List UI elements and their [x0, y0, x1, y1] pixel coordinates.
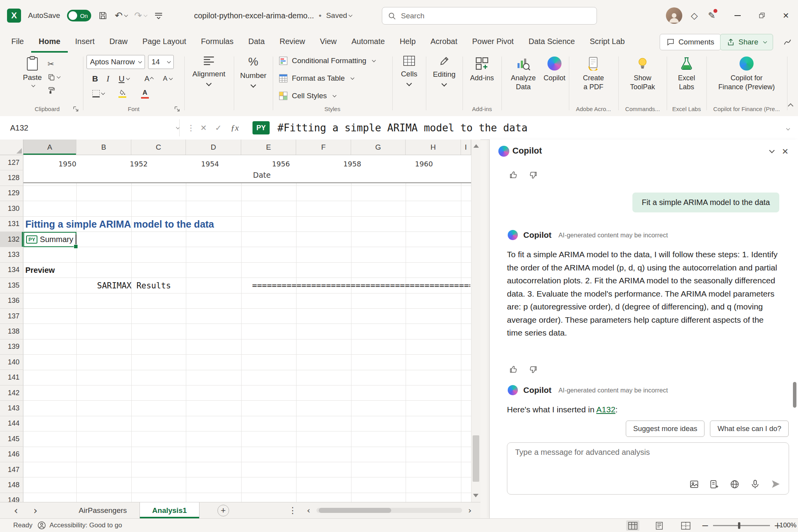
- ribbon-tab-acrobat[interactable]: Acrobat: [423, 31, 465, 53]
- add-ins-button[interactable]: Add-ins: [461, 56, 503, 83]
- underline-button[interactable]: U: [115, 72, 133, 85]
- clipboard-dialog-launcher[interactable]: [72, 106, 79, 112]
- column-header-A[interactable]: A: [23, 140, 76, 155]
- fill-color-button[interactable]: [112, 87, 132, 100]
- editing-group-button[interactable]: Editing: [427, 56, 462, 87]
- sheet-options-button[interactable]: ⋮: [288, 502, 297, 518]
- save-button[interactable]: [98, 11, 108, 20]
- ribbon-tab-script-lab[interactable]: Script Lab: [582, 31, 632, 53]
- worksheet[interactable]: ABCDEFGHI 127128129130131132133134135136…: [0, 140, 480, 502]
- italic-button[interactable]: I: [103, 72, 113, 85]
- thumbs-down-button[interactable]: [527, 364, 539, 375]
- zoom-level-button[interactable]: 100%: [779, 519, 796, 532]
- row-header-129[interactable]: 129: [0, 186, 23, 201]
- horizontal-scrollbar-thumb[interactable]: [319, 508, 391, 513]
- create-pdf-button[interactable]: Create a PDF: [572, 56, 615, 92]
- row-header-146[interactable]: 146: [0, 447, 23, 462]
- thumbs-up-button[interactable]: [508, 169, 519, 181]
- row-header-136[interactable]: 136: [0, 293, 23, 309]
- column-header-F[interactable]: F: [296, 140, 351, 155]
- ribbon-tab-insert[interactable]: Insert: [68, 31, 102, 53]
- fill-handle[interactable]: [74, 244, 78, 249]
- increase-font-size-button[interactable]: A: [140, 72, 157, 85]
- close-button[interactable]: ✕: [774, 0, 798, 31]
- restore-button[interactable]: [750, 0, 774, 31]
- ribbon-tab-data-science[interactable]: Data Science: [521, 31, 582, 53]
- horizontal-scrollbar[interactable]: [316, 508, 462, 513]
- close-pane-button[interactable]: ✕: [779, 145, 792, 158]
- ribbon-tab-draw[interactable]: Draw: [102, 31, 135, 53]
- enter-button[interactable]: ✓: [215, 116, 222, 140]
- ribbon-tab-review[interactable]: Review: [272, 31, 312, 53]
- formula-input[interactable]: #Fitting a simple ARIMA model to the dat…: [277, 116, 528, 140]
- zoom-slider-thumb[interactable]: [738, 522, 740, 529]
- ribbon-tab-view[interactable]: View: [312, 31, 344, 53]
- undo-button[interactable]: ↶: [115, 11, 127, 20]
- suggestion-chip-1[interactable]: Suggest more ideas: [626, 421, 705, 437]
- ribbon-tab-file[interactable]: File: [4, 31, 31, 53]
- row-header-140[interactable]: 140: [0, 355, 23, 370]
- copilot-ribbon-button[interactable]: Copilot: [533, 56, 576, 83]
- column-header-G[interactable]: G: [351, 140, 406, 155]
- decrease-font-size-button[interactable]: A: [159, 72, 176, 85]
- conditional-formatting-button[interactable]: Conditional Formatting: [279, 57, 375, 65]
- cell-reference-link[interactable]: A132: [596, 405, 615, 414]
- ribbon-tab-data[interactable]: Data: [241, 31, 272, 53]
- ribbon-tab-help[interactable]: Help: [392, 31, 423, 53]
- pane-scrollbar-thumb[interactable]: [793, 382, 796, 408]
- cancel-button[interactable]: ✕: [200, 116, 207, 140]
- row-header-134[interactable]: 134: [0, 263, 23, 278]
- format-as-table-button[interactable]: Format as Table: [279, 74, 354, 83]
- accessibility-status[interactable]: Accessibility: Good to go: [37, 519, 122, 532]
- microphone-button[interactable]: [750, 479, 760, 489]
- excel-labs-button[interactable]: Excel Labs: [665, 56, 708, 92]
- suggestion-chip-2[interactable]: What else can I do?: [710, 421, 789, 437]
- alignment-group-button[interactable]: Alignment: [184, 56, 234, 87]
- autosave-toggle[interactable]: On: [67, 10, 91, 21]
- normal-view-button[interactable]: [626, 520, 639, 531]
- row-header-138[interactable]: 138: [0, 324, 23, 339]
- scroll-down-arrow[interactable]: [473, 494, 478, 497]
- row-header-135[interactable]: 135: [0, 278, 23, 293]
- number-group-button[interactable]: % Number: [228, 56, 279, 88]
- show-toolpak-button[interactable]: Show ToolPak: [621, 56, 664, 92]
- next-sheet-button[interactable]: ›: [29, 502, 42, 518]
- zoom-out-button[interactable]: −: [701, 519, 709, 532]
- collapse-pane-button[interactable]: [767, 148, 774, 155]
- scroll-left-arrow[interactable]: ‹: [303, 502, 314, 518]
- row-header-144[interactable]: 144: [0, 416, 23, 431]
- share-button[interactable]: Share: [720, 34, 773, 50]
- ribbon-tab-automate[interactable]: Automate: [344, 31, 392, 53]
- row-header-137[interactable]: 137: [0, 309, 23, 324]
- search-box[interactable]: [382, 7, 597, 25]
- row-header-148[interactable]: 148: [0, 477, 23, 493]
- cut-button[interactable]: ✂: [48, 58, 63, 70]
- insert-function-button[interactable]: ƒx: [231, 116, 239, 140]
- page-layout-view-button[interactable]: [653, 520, 666, 531]
- name-box[interactable]: A132: [10, 116, 179, 140]
- font-color-button[interactable]: A: [135, 87, 155, 100]
- row-header-141[interactable]: 141: [0, 370, 23, 385]
- select-all-button[interactable]: [0, 140, 23, 155]
- cell-styles-button[interactable]: Cell Styles: [279, 92, 336, 100]
- vertical-scrollbar-thumb[interactable]: [473, 435, 479, 482]
- vertical-scrollbar[interactable]: [471, 140, 480, 502]
- page-break-view-button[interactable]: [679, 520, 692, 531]
- sheet-tab-airpassengers[interactable]: AirPassengers: [66, 502, 140, 518]
- user-avatar[interactable]: [666, 7, 682, 24]
- prompt-guide-button[interactable]: [710, 479, 719, 489]
- minimize-button[interactable]: [726, 0, 750, 31]
- column-header-B[interactable]: B: [76, 140, 131, 155]
- cells-group-button[interactable]: Cells: [392, 56, 427, 87]
- format-painter-button[interactable]: [48, 85, 63, 96]
- send-button[interactable]: [771, 479, 781, 489]
- row-header-149[interactable]: 149: [0, 493, 23, 502]
- ribbon-tab-formulas[interactable]: Formulas: [194, 31, 241, 53]
- row-header-131[interactable]: 131: [0, 217, 23, 232]
- formula-bar-drag-handle[interactable]: ⋮: [187, 116, 195, 140]
- row-header-139[interactable]: 139: [0, 339, 23, 355]
- bold-button[interactable]: B: [89, 72, 101, 85]
- row-header-142[interactable]: 142: [0, 385, 23, 401]
- chart-fragment[interactable]: 195019521954195619581960 Date: [23, 155, 471, 183]
- thumbs-down-button[interactable]: [527, 169, 539, 181]
